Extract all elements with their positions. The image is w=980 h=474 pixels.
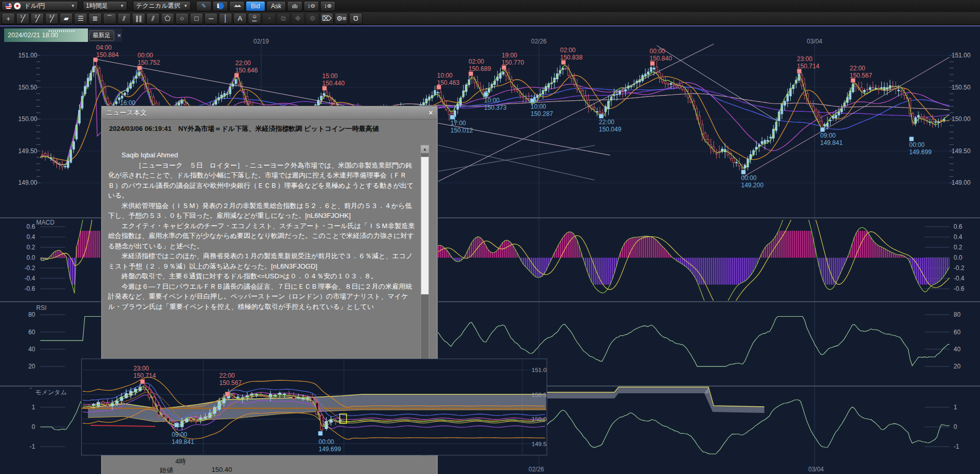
low-marker-icon — [484, 92, 488, 97]
ruler-tool-button[interactable]: ▰ — [59, 13, 73, 24]
vertical-lines-tool-icon: ∥∥ — [135, 14, 142, 22]
news-paragraph: 米経済指標ではこのほか、商務省発表の１月の製造業新規受注が前月比で３．６％減と、… — [108, 251, 418, 271]
scrollbar-up-arrow-icon[interactable]: ▲ — [421, 145, 429, 153]
low-marker-icon — [530, 98, 535, 103]
annotation-time: 04:00 — [96, 45, 118, 52]
candle-annotation: 00:00149.699 — [909, 142, 931, 156]
vertical-zoom-out-icon: ↕⊖ — [308, 3, 315, 9]
drawing-toolbar: ＋1╱2╱3╱▰☰≣⌒⫽∥∥⫽⬠○□─│A☺icon◔⧉✥⚙⌦⚙≡Ω — [0, 12, 980, 25]
bar-pulse-button[interactable]: ıllı — [287, 1, 303, 11]
news-window-titlebar[interactable]: ニュース本文 × — [102, 107, 437, 120]
ask-toggle[interactable]: Ask — [266, 1, 286, 11]
parallel-lines-tool-icon: ☰ — [78, 14, 84, 22]
chart-tab-datetime[interactable]: 2024/02/21 18:00 — [4, 28, 88, 42]
low-marker-icon — [174, 423, 179, 427]
annotation-price: 149.200 — [741, 182, 763, 189]
high-marker-icon — [436, 85, 441, 90]
vertical-line-tool-button[interactable]: │ — [219, 13, 232, 24]
eraser-icon: ⌦ — [322, 14, 331, 22]
candle-annotation: 02:00150.689 — [469, 58, 491, 72]
panel-collapse-icon: ˆ — [30, 387, 32, 392]
price-axis-label-right: 149.00 — [952, 179, 971, 186]
bar-pulse-icon: ıllı — [292, 3, 298, 9]
annotation-time: 10:00 — [531, 103, 553, 111]
pentagon-tool-button[interactable]: ⬠ — [161, 13, 174, 24]
high-marker-icon — [137, 66, 142, 70]
gann-fan-tool-button[interactable]: ⫽ — [146, 13, 160, 24]
news-paragraph: 今週は６―７日にパウエルＦＲＢ議長の議会証言、７日にＥＣＢ理事会、８日に２月の米… — [108, 282, 418, 312]
wrench-button: ⚙ — [306, 13, 319, 24]
copy-objects-icon: ⧉ — [281, 14, 285, 23]
news-paragraph: 終盤の取引で、主要６通貨に対するドル指数<=USD>は０．０４％安の１０３．８。 — [108, 271, 418, 282]
rsi-tick-left: 60 — [28, 329, 35, 336]
magnet-snap-button[interactable]: Ω — [349, 13, 363, 24]
macd-tick-left: 0.2 — [26, 244, 35, 251]
macd-tick-left: -0.4 — [24, 275, 35, 282]
annotation-price: 149.699 — [909, 149, 931, 156]
annotation-price: 149.699 — [319, 446, 341, 453]
trendline2-tool-button[interactable]: 2╱ — [31, 13, 44, 24]
chart-tab-strip: 2024/02/21 18:00 最新足 × — [0, 25, 980, 42]
tab-close-icon[interactable]: × — [117, 32, 122, 39]
crosshair-tool-button[interactable]: ＋ — [2, 13, 15, 24]
news-paragraph: ［ニューヨーク ５日 ロイター］ - ニューヨーク外為市場では、米国の非製造業部… — [108, 160, 418, 201]
high-marker-icon — [650, 61, 655, 66]
mountain-chart-button[interactable]: ⏶⏶ — [229, 1, 245, 11]
fan-lines-tool-button[interactable]: ⫽ — [117, 13, 131, 24]
parallel-lines-tool-button[interactable]: ☰ — [74, 13, 87, 24]
draw-pencil-button[interactable]: ✎ — [196, 1, 212, 11]
low-marker-icon — [450, 115, 455, 120]
icon-stamp-tool-button[interactable]: ☺icon — [248, 13, 261, 24]
eraser-button[interactable]: ⌦ — [320, 13, 334, 24]
trendline3-tool-icon: 3╱ — [49, 14, 54, 22]
draw-pencil-icon: ✎ — [201, 3, 206, 9]
annotation-time: 17:00 — [450, 120, 473, 127]
icon-stamp-tool-icon: ☺icon — [252, 14, 257, 23]
momentum-tick-left: 1 — [32, 404, 35, 411]
price-axis-label-left: 149.00 — [18, 179, 37, 186]
news-close-icon[interactable]: × — [429, 109, 433, 117]
annotation-time: 00:00 — [650, 48, 672, 55]
trendline2-tool-icon: 2╱ — [35, 14, 40, 22]
vertical-zoom-out-button[interactable]: ↕⊖ — [304, 1, 319, 11]
vertical-zoom-in-icon: ↕⊕ — [324, 3, 332, 9]
chart-tab[interactable]: 2024/02/21 18:00 最新足 × — [4, 28, 122, 42]
mountain-chart-icon: ⏶⏶ — [234, 3, 240, 9]
rsi-tick-left: 20 — [28, 363, 35, 370]
annotation-time: 19:00 — [502, 52, 524, 60]
fibo-arcs-tool-button[interactable]: ⌒ — [103, 13, 116, 24]
rsi-tick-right: 60 — [954, 329, 960, 336]
text-tool-button[interactable]: A — [233, 13, 247, 24]
low-marker-icon — [741, 170, 746, 174]
annotation-time: 15:00 — [322, 73, 344, 80]
fibo-lines-tool-button[interactable]: ≣ — [88, 13, 102, 24]
vertical-lines-tool-button[interactable]: ∥∥ — [132, 13, 145, 24]
trendline1-tool-button[interactable]: 1╱ — [16, 13, 29, 24]
wrench-icon: ⚙ — [309, 14, 315, 22]
candle-annotation: 22:00150.646 — [235, 60, 258, 74]
annotation-price: 150.287 — [531, 111, 553, 118]
drag-hand-button: ✥ — [291, 13, 305, 24]
object-settings-button[interactable]: ⚙≡ — [335, 13, 348, 24]
price-axis-label-left: 151.00 — [18, 52, 37, 59]
symbol-select[interactable]: ドル/円 ▼ — [2, 1, 78, 11]
tab-drag-handle[interactable] — [49, 30, 76, 32]
vertical-zoom-in-button[interactable]: ↕⊕ — [320, 1, 336, 11]
info-button[interactable]: ℹ — [213, 1, 228, 11]
technical-select-button[interactable]: テクニカル選択 ▼ — [133, 1, 191, 11]
rectangle-tool-button[interactable]: □ — [190, 13, 203, 24]
timeframe-select[interactable]: 1時間足 ▼ — [83, 1, 127, 11]
bid-toggle[interactable]: Bid — [246, 1, 265, 11]
symbol-label: ドル/円 — [24, 2, 45, 10]
horizontal-line-tool-button[interactable]: ─ — [204, 13, 218, 24]
candle-annotation: 00:00150.840 — [650, 48, 672, 62]
macd-tick-left: 0.4 — [26, 233, 35, 241]
scrollbar-thumb[interactable] — [421, 157, 429, 294]
momentum-tick-right: 0 — [954, 423, 957, 431]
annotation-price: 150.752 — [138, 60, 160, 67]
latest-candle-button[interactable]: 最新足 — [89, 30, 114, 41]
annotation-price: 150.049 — [599, 126, 621, 134]
circle-tool-button[interactable]: ○ — [175, 13, 189, 24]
rsi-tick-left: 40 — [28, 346, 35, 353]
trendline3-tool-button[interactable]: 3╱ — [45, 13, 58, 24]
